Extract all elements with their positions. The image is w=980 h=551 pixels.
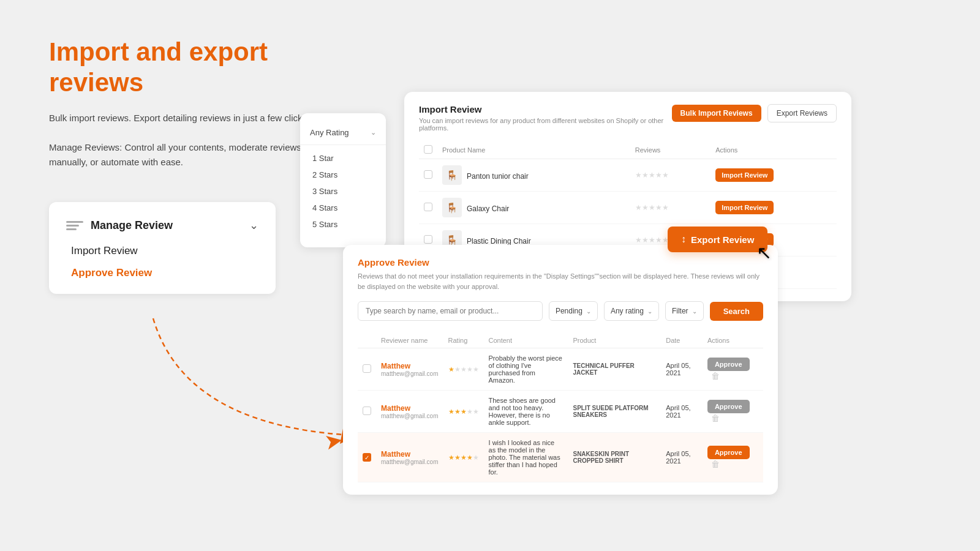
- rating-filter-label: Any rating: [611, 307, 644, 315]
- approve-col-rating: Rating: [443, 333, 484, 348]
- table-row: 🪑Galaxy Chair ★★★★★ Import Review: [419, 192, 837, 224]
- row-checkbox[interactable]: [363, 407, 371, 415]
- import-review-button[interactable]: Import Review: [715, 168, 774, 182]
- star-empty: ★★: [467, 408, 479, 415]
- import-panel-subtitle: You can import reviews for any product f…: [419, 117, 664, 132]
- approve-panel-title: Approve Review: [358, 257, 763, 268]
- approve-panel-subtitle: Reviews that do not meet your installati…: [358, 271, 763, 291]
- review-content: These shoes are good and not too heavy. …: [484, 391, 568, 433]
- import-panel-info: Import Review You can import reviews for…: [419, 104, 664, 132]
- review-date: April 05, 2021: [661, 348, 703, 391]
- rating-dropdown-label: Any Rating: [310, 128, 349, 137]
- description: Bulk import reviews. Export detailing re…: [49, 111, 331, 170]
- manage-card-title-wrap: Manage Review: [66, 217, 173, 234]
- approve-col-content: Content: [484, 333, 568, 348]
- rating-dropdown-card: Any Rating ⌄ 1 Star 2 Stars 3 Stars 4 St…: [300, 113, 386, 247]
- approve-filters: Pending ⌄ Any rating ⌄ Filter ⌄ Search: [358, 301, 763, 321]
- rating-item-5[interactable]: 5 Stars: [300, 216, 386, 233]
- delete-icon[interactable]: 🗑: [711, 459, 720, 469]
- approve-button[interactable]: Approve: [707, 400, 750, 413]
- export-review-label: Export Review: [691, 234, 754, 245]
- star-rating: ★★★★★: [635, 203, 669, 212]
- manage-item-import[interactable]: Import Review: [71, 245, 258, 257]
- pending-chevron-icon: ⌄: [586, 308, 591, 315]
- rating-filter[interactable]: Any rating ⌄: [604, 301, 659, 321]
- review-content: I wish I looked as nice as the model in …: [484, 433, 568, 482]
- star-filled: ★: [448, 365, 454, 373]
- export-icon: ↕: [681, 234, 686, 245]
- import-col-reviews: Reviews: [630, 141, 710, 159]
- manage-review-card: Manage Review ⌄ Import Review Approve Re…: [49, 202, 276, 294]
- star-empty: ★★★★: [454, 365, 479, 373]
- reviewer-email: matthew@gmail.com: [381, 370, 439, 377]
- manage-card-items: Import Review Approve Review: [66, 245, 258, 279]
- bulk-import-button[interactable]: Bulk Import Reviews: [672, 105, 761, 122]
- delete-icon[interactable]: 🗑: [711, 371, 720, 381]
- export-reviews-button[interactable]: Export Reviews: [767, 104, 837, 122]
- rating-item-1[interactable]: 1 Star: [300, 150, 386, 167]
- approve-col-actions: Actions: [703, 333, 763, 348]
- search-input[interactable]: [358, 301, 543, 321]
- desc-line2: Manage Reviews: Control all your content…: [49, 142, 301, 167]
- import-col-product: Product Name: [437, 141, 630, 159]
- star-empty: ★: [473, 454, 479, 461]
- rating-item-2[interactable]: 2 Stars: [300, 167, 386, 183]
- reviewer-name: Matthew: [381, 450, 439, 459]
- approve-col-date: Date: [661, 333, 703, 348]
- review-date: April 05, 2021: [661, 391, 703, 433]
- import-col-checkbox: [419, 141, 437, 159]
- manage-card-header: Manage Review ⌄: [66, 217, 258, 234]
- delete-icon[interactable]: 🗑: [711, 413, 720, 423]
- desc-line1: Bulk import reviews. Export detailing re…: [49, 113, 309, 123]
- approve-col-checkbox: [358, 333, 376, 348]
- star-filled: ★★★★: [448, 454, 473, 461]
- table-row: Matthew matthew@gmail.com ★★★★★ Probably…: [358, 348, 763, 391]
- row-checkbox-checked[interactable]: ✓: [363, 453, 371, 462]
- export-review-overlay-button[interactable]: ↕ Export Review: [668, 227, 767, 252]
- rating-item-3[interactable]: 3 Stars: [300, 183, 386, 200]
- product-img: 🪑: [442, 198, 462, 217]
- product-name: SPLIT SUEDE PLATFORM SNEAKERS: [573, 405, 656, 418]
- filter-select[interactable]: Filter ⌄: [665, 301, 704, 321]
- pending-label: Pending: [556, 307, 582, 315]
- product-name: SNAKESKIN PRINT CROPPED SHIRT: [573, 451, 656, 464]
- approve-review-panel: Approve Review Reviews that do not meet …: [343, 245, 778, 495]
- mouse-cursor-icon: ↖: [756, 242, 772, 263]
- approve-col-reviewer: Reviewer name: [376, 333, 443, 348]
- table-row: Matthew matthew@gmail.com ★★★★★ These sh…: [358, 391, 763, 433]
- review-date: April 05, 2021: [661, 433, 703, 482]
- product-name: Panton tunior chair: [467, 172, 529, 181]
- reviewer-name: Matthew: [381, 362, 439, 370]
- approve-button[interactable]: Approve: [707, 358, 750, 371]
- manage-icon: [66, 217, 83, 234]
- star-rating: ★★★★★: [635, 171, 669, 179]
- manage-card-title: Manage Review: [91, 219, 173, 232]
- rating-item-4[interactable]: 4 Stars: [300, 200, 386, 216]
- chevron-down-icon[interactable]: ⌄: [249, 219, 258, 232]
- import-review-button[interactable]: Import Review: [715, 201, 774, 214]
- row-checkbox[interactable]: [363, 364, 371, 373]
- pending-filter[interactable]: Pending ⌄: [549, 301, 598, 321]
- reviewer-email: matthew@gmail.com: [381, 459, 439, 465]
- approve-table: Reviewer name Rating Content Product Dat…: [358, 333, 763, 482]
- import-panel-title: Import Review: [419, 104, 664, 114]
- approve-col-product: Product: [568, 333, 661, 348]
- import-panel-buttons: Bulk Import Reviews Export Reviews: [672, 104, 837, 122]
- search-button[interactable]: Search: [710, 302, 763, 321]
- rating-dropdown-items: 1 Star 2 Stars 3 Stars 4 Stars 5 Stars: [300, 145, 386, 238]
- star-rating: ★★★★★: [635, 236, 669, 244]
- page-title: Import and export reviews: [49, 37, 331, 99]
- rating-dropdown-header[interactable]: Any Rating ⌄: [300, 123, 386, 145]
- filter-chevron-icon: ⌄: [692, 308, 697, 315]
- approve-button-orange[interactable]: Approve: [707, 446, 750, 459]
- reviewer-email: matthew@gmail.com: [381, 413, 439, 419]
- review-content: Probably the worst piece of clothing I'v…: [484, 348, 568, 391]
- manage-item-approve[interactable]: Approve Review: [71, 267, 258, 279]
- filter-label: Filter: [672, 307, 688, 315]
- import-panel-header: Import Review You can import reviews for…: [419, 104, 837, 132]
- product-img: 🪑: [442, 165, 462, 185]
- table-row: ✓ Matthew matthew@gmail.com ★★★★★ I wish…: [358, 433, 763, 482]
- table-row: 🪑Panton tunior chair ★★★★★ Import Review: [419, 159, 837, 192]
- rating-chevron-icon: ⌄: [647, 308, 652, 315]
- reviewer-name: Matthew: [381, 404, 439, 413]
